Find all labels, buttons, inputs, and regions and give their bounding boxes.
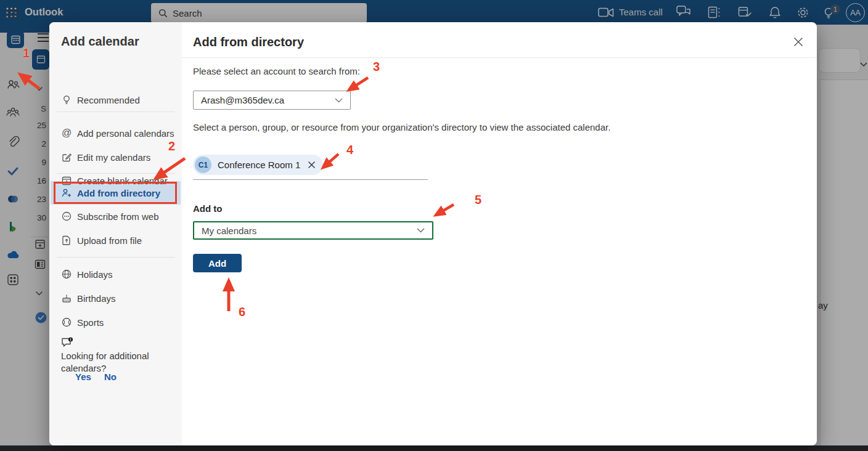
feedback-yes-link[interactable]: Yes	[75, 372, 91, 382]
account-dropdown[interactable]: Arash@m365dev.ca	[193, 91, 351, 110]
at-sign-icon: @	[61, 128, 72, 139]
content-divider	[182, 57, 817, 58]
nav-item-label: Holidays	[77, 269, 113, 280]
nav-item-edit-my-calendars[interactable]: Edit my calendars	[49, 145, 182, 169]
nav-divider	[57, 257, 175, 258]
nav-item-sports[interactable]: Sports	[49, 311, 182, 334]
nav-item-label: Edit my calendars	[77, 152, 150, 163]
add-to-label: Add to	[193, 203, 222, 214]
file-upload-icon	[61, 235, 72, 246]
directory-hint: Select a person, group, or resource from…	[193, 122, 610, 132]
add-to-dropdown-value: My calendars	[194, 226, 417, 236]
annotation-red-box	[54, 182, 177, 204]
dialog-title: Add calendar	[61, 35, 139, 49]
feedback-no-link[interactable]: No	[104, 372, 117, 382]
lightbulb-icon	[61, 94, 72, 105]
nav-item-label: Upload from file	[77, 235, 142, 246]
cake-icon	[61, 293, 72, 304]
selected-person-pill: C1 Conference Room 1	[193, 155, 323, 175]
outlook-window: Outlook Search Teams call	[0, 0, 868, 451]
nav-divider	[57, 173, 175, 174]
web-subscribe-icon	[61, 211, 72, 222]
add-button[interactable]: Add	[193, 254, 242, 272]
nav-item-holidays[interactable]: Holidays	[49, 262, 182, 286]
add-to-dropdown[interactable]: My calendars	[193, 221, 433, 240]
globe-icon	[61, 269, 72, 280]
nav-item-label: Recommended	[77, 95, 140, 105]
nav-item-label: Subscribe from web	[77, 211, 159, 222]
chevron-down-icon	[335, 98, 343, 103]
nav-item-subscribe-from-web[interactable]: Subscribe from web	[49, 205, 182, 228]
edit-calendar-icon	[61, 152, 72, 163]
nav-item-label: Sports	[77, 317, 104, 328]
nav-item-upload-from-file[interactable]: Upload from file	[49, 229, 182, 252]
add-calendar-dialog: Add calendar Recommended @ Add personal …	[49, 22, 817, 445]
nav-item-label: Birthdays	[77, 293, 116, 304]
close-icon[interactable]	[790, 34, 806, 50]
content-title: Add from directory	[193, 35, 304, 49]
nav-item-recommended[interactable]: Recommended	[49, 88, 182, 112]
ball-icon	[61, 317, 72, 328]
pill-name: Conference Room 1	[218, 160, 300, 170]
people-picker-underline[interactable]	[193, 179, 428, 180]
feedback-question-line1: Looking for additional	[61, 351, 149, 361]
account-dropdown-value: Arash@m365dev.ca	[194, 95, 335, 105]
pill-avatar: C1	[195, 156, 211, 173]
feedback-bubble-icon	[61, 337, 75, 349]
nav-item-birthdays[interactable]: Birthdays	[49, 286, 182, 310]
account-select-label: Please select an account to search from:	[193, 66, 360, 76]
nav-divider	[57, 112, 175, 112]
remove-pill-icon[interactable]	[308, 161, 316, 169]
nav-item-label: Add personal calendars	[77, 128, 174, 139]
chevron-down-icon	[417, 228, 425, 233]
nav-item-add-personal-calendars[interactable]: @ Add personal calendars	[49, 121, 182, 145]
